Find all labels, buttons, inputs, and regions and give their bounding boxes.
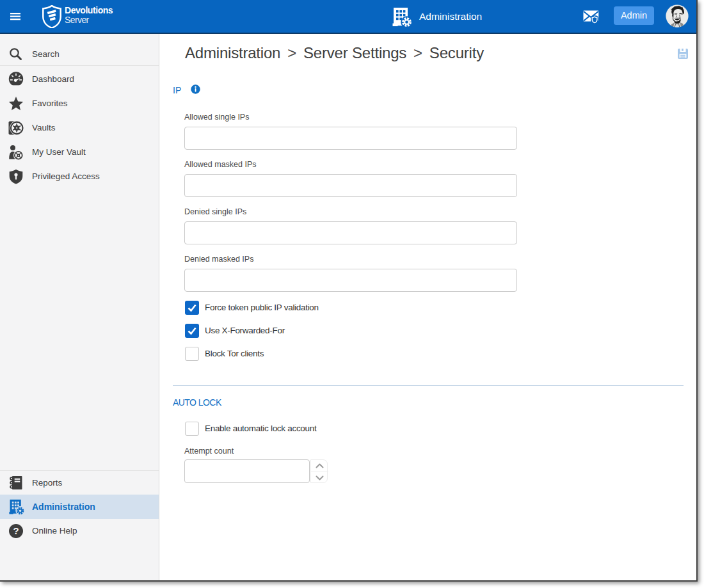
svg-text:?: ? (13, 525, 19, 536)
